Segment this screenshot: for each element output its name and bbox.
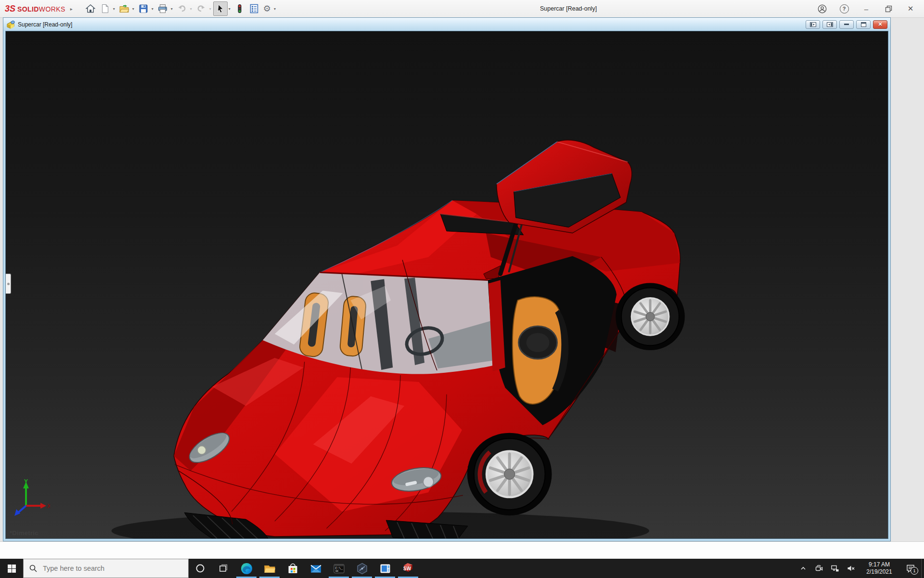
graphics-viewport[interactable]: Y X *Dimetric — [5, 31, 888, 539]
account-button[interactable] — [816, 3, 828, 14]
tray-meet-now-button[interactable] — [811, 559, 827, 578]
redo-button[interactable] — [194, 1, 208, 16]
brand-solid: SOLID — [17, 5, 39, 13]
search-icon — [29, 565, 37, 572]
gear-icon: ⚙ — [263, 4, 271, 13]
system-tray: 9:17 AM 2/19/2021 1 — [795, 559, 924, 578]
rear-wheel — [616, 283, 685, 351]
new-document-dropdown[interactable]: ▾ — [113, 7, 115, 11]
task-view-button[interactable] — [212, 559, 235, 578]
sw-year: 2021 — [407, 571, 415, 575]
document-title: Supercar [Read-only] — [18, 21, 72, 28]
status-bar — [0, 541, 924, 559]
triad-x-label: X — [47, 503, 50, 510]
featuremanager-collapsed-tab[interactable] — [6, 274, 11, 294]
taskbar-app-solidworks[interactable]: SW 2021 — [397, 559, 420, 578]
show-desktop-button[interactable] — [921, 559, 924, 578]
display-states-button[interactable] — [232, 1, 247, 16]
taskbar-app-store[interactable] — [281, 559, 304, 578]
evaluate-button[interactable] — [247, 1, 261, 16]
tile-right-icon — [827, 22, 833, 27]
tile-left-icon — [810, 22, 816, 27]
window-controls: ? – ✕ — [816, 3, 916, 14]
document-titlebar[interactable]: Supercar [Read-only] — [3, 18, 890, 31]
brand-works: WORKS — [39, 5, 65, 13]
file-explorer-icon — [263, 562, 276, 575]
open-folder-icon — [119, 3, 129, 14]
open-dropdown[interactable]: ▾ — [132, 7, 134, 11]
save-button[interactable] — [136, 1, 151, 16]
print-button[interactable] — [155, 1, 170, 16]
tile-right-button[interactable] — [822, 20, 837, 29]
new-document-button[interactable] — [98, 1, 112, 16]
cmd-label: C:\_ — [335, 567, 343, 570]
cortana-button[interactable] — [189, 559, 212, 578]
doc-maximize-button[interactable] — [856, 20, 871, 29]
tile-left-button[interactable] — [806, 20, 820, 29]
front-wheel — [467, 433, 552, 516]
doc-close-button[interactable]: ✕ — [873, 20, 887, 29]
select-arrow-icon — [215, 3, 226, 14]
windows-logo-icon — [8, 565, 16, 573]
photos-app-icon — [379, 562, 392, 575]
home-icon — [85, 3, 96, 14]
settings-dropdown[interactable]: ▾ — [274, 7, 276, 11]
panel-expand-icon — [7, 283, 10, 285]
taskbar-search[interactable] — [23, 559, 189, 578]
taskbar-clock[interactable]: 9:17 AM 2/19/2021 — [859, 559, 900, 578]
taskbar-app-file-explorer[interactable] — [258, 559, 281, 578]
tray-volume-button[interactable] — [843, 559, 859, 578]
home-button[interactable] — [83, 1, 98, 16]
ds-logo-icon: 3S — [5, 4, 15, 14]
solidworks-application: 3S SOLID WORKS ▸ ▾ ▾ — [0, 0, 924, 578]
tray-chevron-button[interactable] — [795, 559, 811, 578]
solidworks-logo: 3S SOLID WORKS — [5, 4, 65, 14]
view-orientation-label: *Dimetric — [10, 529, 38, 537]
task-view-icon — [218, 564, 228, 573]
windows-taskbar: C:\_ SW 2021 — [0, 559, 924, 578]
restore-button[interactable] — [883, 3, 894, 14]
doc-minimize-button[interactable] — [839, 20, 854, 29]
orientation-triad: Y X — [13, 478, 50, 518]
undo-icon — [177, 3, 187, 14]
undo-button[interactable] — [175, 1, 189, 16]
close-button[interactable]: ✕ — [905, 3, 916, 14]
triad-y-label: Y — [24, 478, 28, 485]
start-button[interactable] — [0, 559, 23, 578]
redo-dropdown[interactable]: ▾ — [209, 7, 211, 11]
minimize-button[interactable]: – — [860, 3, 872, 14]
select-dropdown[interactable]: ▾ — [229, 7, 231, 11]
help-icon: ? — [840, 4, 849, 13]
select-tool-button[interactable] — [213, 1, 228, 16]
print-dropdown[interactable]: ▾ — [171, 7, 173, 11]
taskbar-app-command-prompt[interactable]: C:\_ — [327, 559, 350, 578]
taskbar-app-hexagon[interactable] — [350, 559, 373, 578]
settings-button[interactable]: ⚙ — [261, 2, 273, 15]
maximize-icon — [861, 22, 866, 27]
command-prompt-icon: C:\_ — [333, 562, 346, 575]
new-document-icon — [100, 3, 110, 14]
clock-time: 9:17 AM — [869, 561, 890, 568]
taskbar-app-mail[interactable] — [304, 559, 327, 578]
search-input[interactable] — [42, 564, 174, 573]
undo-dropdown[interactable]: ▾ — [190, 7, 192, 11]
traffic-light-icon — [234, 3, 245, 14]
print-icon — [157, 3, 168, 14]
main-titlebar: 3S SOLID WORKS ▸ ▾ ▾ — [0, 0, 924, 18]
help-button[interactable]: ? — [838, 3, 850, 14]
document-window-controls: ✕ — [806, 20, 887, 29]
clock-date: 2/19/2021 — [866, 568, 892, 576]
tray-network-button[interactable] — [827, 559, 843, 578]
save-icon — [138, 3, 149, 14]
user-account-icon — [818, 4, 827, 13]
redo-icon — [196, 3, 206, 14]
open-button[interactable] — [117, 1, 131, 16]
taskbar-app-photos[interactable] — [373, 559, 397, 578]
restore-icon — [885, 5, 892, 13]
solidworks-2021-icon: SW 2021 — [401, 561, 415, 576]
toolbar-flyout-arrow[interactable]: ▸ — [70, 6, 73, 12]
taskbar-app-edge[interactable] — [235, 559, 258, 578]
action-center-button[interactable]: 1 — [900, 559, 921, 578]
save-dropdown[interactable]: ▾ — [152, 7, 154, 11]
3d-model-supercar[interactable] — [6, 31, 888, 539]
